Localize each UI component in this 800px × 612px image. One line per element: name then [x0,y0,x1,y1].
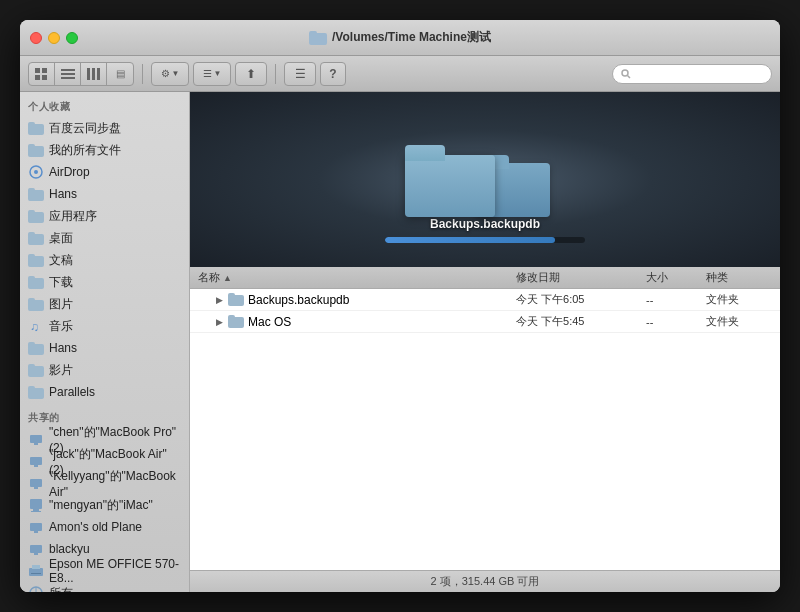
folder-icon [28,384,44,400]
content-area: Backups.backupdb 名称 ▲ 修改日期 大小 种类 [190,92,780,592]
file-name-label: Mac OS [248,315,291,329]
toolbar: ▤ ⚙ ▼ ☰ ▼ ⬆ ☰ ? [20,56,780,92]
col-header-date[interactable]: 修改日期 [516,270,646,285]
help-btn[interactable]: ? [321,63,345,85]
sidebar-item-docs[interactable]: 文稿 [20,249,189,271]
sidebar-item-label: 影片 [49,362,73,379]
arrange-btn[interactable]: ☰ ▼ [194,63,230,85]
table-row[interactable]: ▶ Backups.backupdb 今天 下午6:05 -- 文件夹 [190,289,780,311]
svg-rect-7 [87,68,90,80]
svg-rect-21 [30,499,42,509]
finder-window: /Volumes/Time Machine测试 ▤ ⚙ ▼ ☰ ▼ ⬆ [20,20,780,592]
search-box[interactable] [612,64,772,84]
file-size-cell: -- [646,316,706,328]
coverflow-view-btn[interactable]: ▤ [107,63,133,85]
folder-icon [28,340,44,356]
network-icon [28,519,44,535]
window-title-area: /Volumes/Time Machine测试 [309,29,491,46]
sidebar-item-label: Hans [49,341,77,355]
folder-preview [405,117,565,217]
close-button[interactable] [30,32,42,44]
sidebar-item-baidu-sync[interactable]: 百度云同步盘 [20,117,189,139]
separator-2 [275,64,276,84]
sidebar-item-photos[interactable]: 图片 [20,293,189,315]
svg-rect-6 [61,77,75,79]
svg-rect-25 [34,531,38,533]
svg-rect-30 [31,573,41,574]
icon-view-btn[interactable] [29,63,55,85]
network-icon [28,541,44,557]
progress-fill [385,237,555,243]
svg-rect-1 [42,68,47,73]
view-toggle-group: ▤ [28,62,134,86]
sidebar-item-apps[interactable]: 应用程序 [20,205,189,227]
svg-rect-24 [30,523,42,531]
separator-1 [142,64,143,84]
col-header-size[interactable]: 大小 [646,270,706,285]
sidebar-item-label: Epson ME OFFICE 570-E8... [49,557,181,585]
col-header-name[interactable]: 名称 ▲ [194,270,516,285]
sidebar-item-label: Amon's old Plane [49,520,142,534]
search-icon [621,69,631,79]
svg-rect-29 [32,565,40,569]
svg-rect-3 [42,75,47,80]
file-name-cell: ▶ Backups.backupdb [194,293,516,307]
folder-icon [28,142,44,158]
sidebar-item-label: "mengyan"的"iMac" [49,497,153,514]
sidebar-item-amon[interactable]: Amon's old Plane [20,516,189,538]
sidebar-item-hans2[interactable]: Hans [20,337,189,359]
section-label-favorites: 个人收藏 [20,92,189,117]
sidebar-item-parallels[interactable]: Parallels [20,381,189,403]
traffic-lights [30,32,78,44]
sidebar-item-label: 图片 [49,296,73,313]
svg-rect-20 [34,487,38,489]
sidebar-item-label: blackyu [49,542,90,556]
sidebar-item-label: 文稿 [49,252,73,269]
sidebar-item-downloads[interactable]: 下载 [20,271,189,293]
disclosure-triangle[interactable]: ▶ [214,317,224,327]
svg-rect-27 [34,553,38,555]
airdrop-icon [28,164,44,180]
info-btn[interactable]: ☰ [285,63,315,85]
svg-rect-26 [30,545,42,553]
svg-text:♫: ♫ [30,320,39,334]
sidebar-item-label: 下载 [49,274,73,291]
disclosure-triangle[interactable]: ▶ [214,295,224,305]
progress-bar [385,237,585,243]
svg-rect-22 [33,509,39,511]
arrange-group: ☰ ▼ [193,62,231,86]
sidebar-item-label: "Kellyyang"的"MacBook Air" [49,468,181,499]
svg-rect-0 [35,68,40,73]
share-btn[interactable]: ⬆ [236,63,266,85]
action-btn[interactable]: ⚙ ▼ [152,63,188,85]
sidebar-item-kelly-mba[interactable]: "Kellyyang"的"MacBook Air" [20,472,189,494]
folder-icon [28,274,44,290]
sidebar-item-music[interactable]: ♫ 音乐 [20,315,189,337]
folder-icon [28,208,44,224]
column-view-btn[interactable] [81,63,107,85]
file-list: ▶ Backups.backupdb 今天 下午6:05 -- 文件夹 ▶ Ma… [190,289,780,570]
folder-icon [28,252,44,268]
file-folder-icon [228,315,244,328]
sidebar-item-hans[interactable]: Hans [20,183,189,205]
network-icon [28,431,44,447]
list-view-btn[interactable] [55,63,81,85]
file-date-cell: 今天 下午5:45 [516,314,646,329]
sidebar-item-epson[interactable]: Epson ME OFFICE 570-E8... [20,560,189,582]
svg-point-13 [34,170,38,174]
info-group: ☰ [284,62,316,86]
minimize-button[interactable] [48,32,60,44]
main-content: 个人收藏 百度云同步盘 我的所有文件 AirDrop Hans [20,92,780,592]
svg-rect-28 [29,568,43,576]
sidebar-item-all-files[interactable]: 我的所有文件 [20,139,189,161]
col-header-type[interactable]: 种类 [706,270,776,285]
svg-line-11 [628,75,631,78]
svg-rect-15 [30,435,42,443]
action-group: ⚙ ▼ [151,62,189,86]
sidebar-item-desktop[interactable]: 桌面 [20,227,189,249]
table-row[interactable]: ▶ Mac OS 今天 下午5:45 -- 文件夹 [190,311,780,333]
maximize-button[interactable] [66,32,78,44]
sidebar-item-movies[interactable]: 影片 [20,359,189,381]
sidebar-item-airdrop[interactable]: AirDrop [20,161,189,183]
sidebar-item-label: 桌面 [49,230,73,247]
